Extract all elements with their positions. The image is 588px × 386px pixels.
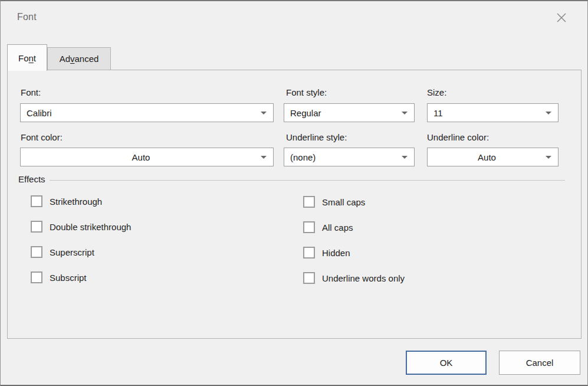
effects-divider (50, 180, 565, 181)
checkbox-superscript[interactable]: Superscript (31, 245, 131, 259)
checkbox-label: All caps (322, 223, 353, 233)
font-color-value: Auto (27, 148, 255, 166)
checkbox-label: Small caps (322, 197, 365, 207)
checkbox-hidden[interactable]: Hidden (303, 246, 405, 260)
checkbox-strikethrough[interactable]: Strikethrough (31, 194, 131, 208)
checkbox-unchecked-icon[interactable] (31, 246, 42, 258)
checkbox-unchecked-icon[interactable] (31, 221, 42, 233)
checkbox-underline-words-only[interactable]: Underline words only (303, 271, 405, 285)
tab-advanced-label: Advanced (60, 54, 99, 64)
font-style-label: Font style: (286, 87, 327, 97)
chevron-down-icon (546, 156, 551, 159)
font-dropdown[interactable]: Calibri (20, 103, 274, 122)
cancel-button[interactable]: Cancel (499, 351, 580, 375)
cancel-button-label: Cancel (526, 358, 554, 368)
checkbox-subscript[interactable]: Subscript (31, 270, 131, 284)
checkbox-label: Superscript (50, 247, 94, 257)
font-label: Font: (21, 87, 41, 97)
close-icon (554, 11, 569, 27)
close-button[interactable] (552, 9, 571, 28)
font-style-value: Regular (290, 104, 396, 122)
checkbox-label: Underline words only (322, 273, 405, 283)
effects-column-left: Strikethrough Double strikethrough Super… (31, 194, 131, 284)
chevron-down-icon (261, 112, 267, 115)
effects-legend: Effects (18, 174, 45, 184)
ok-button[interactable]: OK (406, 351, 487, 375)
size-dropdown[interactable]: 11 (427, 103, 559, 122)
tab-advanced[interactable]: Advanced (47, 47, 111, 70)
checkbox-unchecked-icon[interactable] (31, 271, 42, 283)
checkbox-unchecked-icon[interactable] (31, 195, 42, 207)
underline-color-value: Auto (433, 148, 540, 166)
underline-style-label: Underline style: (286, 132, 347, 142)
checkbox-all-caps[interactable]: All caps (303, 220, 405, 234)
checkbox-double-strikethrough[interactable]: Double strikethrough (31, 220, 131, 234)
underline-style-dropdown[interactable]: (none) (284, 148, 415, 166)
chevron-down-icon (261, 156, 267, 159)
underline-color-label: Underline color: (427, 132, 489, 142)
underline-style-value: (none) (290, 148, 396, 166)
tab-font-label: Font (18, 53, 36, 63)
size-label: Size: (427, 87, 446, 97)
checkbox-label: Subscript (50, 273, 87, 283)
chevron-down-icon (546, 112, 551, 115)
checkbox-unchecked-icon[interactable] (303, 196, 315, 208)
checkbox-label: Double strikethrough (50, 222, 131, 232)
checkbox-small-caps[interactable]: Small caps (303, 195, 405, 209)
effects-column-right: Small caps All caps Hidden Underline wor… (303, 195, 405, 285)
ok-button-label: OK (440, 358, 453, 368)
font-style-dropdown[interactable]: Regular (284, 103, 415, 122)
dialog-title: Font (17, 12, 37, 22)
checkbox-label: Hidden (322, 248, 350, 258)
underline-color-dropdown[interactable]: Auto (427, 148, 559, 166)
chevron-down-icon (402, 156, 408, 159)
checkbox-label: Strikethrough (50, 197, 102, 207)
tab-font[interactable]: Font (7, 44, 47, 71)
size-value: 11 (433, 104, 540, 122)
font-tab-page: Font: Font style: Size: Calibri Regular … (7, 70, 582, 339)
checkbox-unchecked-icon[interactable] (303, 272, 315, 284)
chevron-down-icon (402, 112, 408, 115)
font-color-label: Font color: (21, 132, 63, 142)
font-dialog: Font Font Advanced Font: Font style: Siz… (0, 0, 588, 386)
effects-group-header: Effects (18, 174, 565, 184)
checkbox-unchecked-icon[interactable] (303, 247, 315, 259)
checkbox-unchecked-icon[interactable] (303, 221, 315, 233)
font-color-dropdown[interactable]: Auto (20, 148, 274, 166)
font-value: Calibri (27, 104, 255, 122)
